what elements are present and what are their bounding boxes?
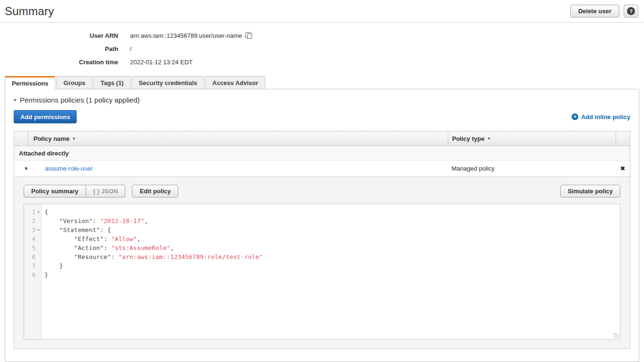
policy-viewer-buttons: Policy summary { } JSON Edit policy Simu…: [24, 185, 620, 198]
detail-row-path: Path /: [0, 42, 644, 55]
column-header-policy-name[interactable]: Policy name ▾: [28, 131, 448, 146]
remove-policy-icon[interactable]: ✖: [620, 165, 626, 172]
policy-table-row: ▾ assume-role-user Managed policy ✖: [14, 161, 630, 177]
editor-line: 1▾ {: [24, 207, 620, 216]
title-actions: Delete user ?: [570, 5, 638, 17]
line-number: 7: [25, 261, 35, 270]
line-number: 3: [25, 225, 35, 234]
fold-icon[interactable]: ▾: [37, 225, 39, 234]
detail-label: User ARN: [0, 32, 118, 39]
line-number: 8: [25, 270, 35, 279]
policy-summary-button[interactable]: Policy summary: [24, 185, 86, 198]
delete-user-button[interactable]: Delete user: [570, 5, 619, 17]
tab-security-credentials[interactable]: Security credentials: [131, 76, 204, 89]
editor-line: 7 }: [24, 261, 620, 270]
json-view-button[interactable]: { } JSON: [86, 185, 126, 198]
policy-detail-panel: Policy summary { } JSON Edit policy Simu…: [14, 177, 630, 348]
tab-groups[interactable]: Groups: [56, 76, 92, 89]
permissions-tab-panel: ▾ Permissions policies (1 policy applied…: [5, 89, 639, 362]
line-number: 5: [25, 243, 35, 252]
page-title: Summary: [5, 5, 54, 18]
fold-icon[interactable]: ▾: [37, 207, 39, 216]
edit-policy-button[interactable]: Edit policy: [132, 185, 178, 198]
tab-permissions[interactable]: Permissions: [5, 76, 55, 89]
detail-label: Path: [0, 45, 118, 52]
action-column-header: [616, 131, 630, 146]
simulate-policy-button[interactable]: Simulate policy: [560, 185, 620, 198]
detail-row-creation-time: Creation time 2022-01-12 13:24 EDT: [0, 55, 644, 69]
permissions-policies-section-toggle[interactable]: ▾ Permissions policies (1 policy applied…: [14, 96, 630, 104]
help-button[interactable]: ?: [624, 5, 638, 17]
editor-line: 6 "Resource": "arn:aws:iam::123456789:ro…: [24, 252, 620, 261]
group-row-attached-directly: Attached directly: [14, 146, 630, 161]
policy-actions-row: Add permissions + Add inline policy: [14, 110, 630, 123]
editor-line: 3▾ "Statement": {: [24, 225, 620, 234]
editor-line: 8 }: [24, 270, 620, 279]
policy-table: Policy name ▾ Policy type ▾ Attached dir…: [14, 131, 630, 349]
detail-row-user-arn: User ARN arn:aws:iam::123456789:user/use…: [0, 29, 644, 42]
policy-table-header: Policy name ▾ Policy type ▾: [14, 131, 630, 146]
plus-icon: +: [572, 113, 578, 120]
tab-bar: Permissions Groups Tags (1) Security cre…: [0, 76, 644, 89]
column-header-policy-type[interactable]: Policy type ▾: [448, 131, 616, 146]
copy-icon[interactable]: [245, 32, 252, 39]
policy-json-editor[interactable]: 1▾ { 2 "Version": "2012-10-17", 3▾ "Stat…: [24, 204, 620, 340]
policy-name-link[interactable]: assume-role-user: [45, 165, 93, 172]
add-permissions-button[interactable]: Add permissions: [14, 110, 77, 123]
user-arn-value: arn:aws:iam::123456789:user/user-name: [130, 32, 242, 39]
expand-column-header: [14, 131, 28, 146]
tab-access-advisor[interactable]: Access Advisor: [205, 76, 265, 89]
creation-time-value: 2022-01-12 13:24 EDT: [130, 59, 192, 66]
disclosure-icon: ▾: [14, 97, 16, 103]
line-number: 4: [25, 234, 35, 243]
editor-line: 2 "Version": "2012-10-17",: [24, 216, 620, 225]
detail-label: Creation time: [0, 59, 118, 66]
line-number: 1: [25, 207, 35, 216]
help-icon: ?: [627, 7, 635, 15]
line-number: 6: [25, 252, 35, 261]
editor-line: 5 "Action": "sts:AssumeRole",: [24, 243, 620, 252]
title-bar: Summary Delete user ?: [0, 0, 644, 23]
editor-line: 4 "Effect": "Allow",: [24, 234, 620, 243]
path-value: /: [130, 45, 132, 52]
policy-type-value: Managed policy: [448, 165, 616, 172]
sort-icon: ▾: [73, 136, 75, 141]
editor-resize-handle[interactable]: [614, 333, 619, 338]
sort-icon: ▾: [488, 136, 490, 141]
tab-tags[interactable]: Tags (1): [94, 76, 131, 89]
permissions-policies-title: Permissions policies (1 policy applied): [20, 96, 139, 104]
user-details: User ARN arn:aws:iam::123456789:user/use…: [0, 29, 644, 69]
add-inline-policy-link[interactable]: + Add inline policy: [572, 113, 630, 121]
line-number: 2: [25, 216, 35, 225]
